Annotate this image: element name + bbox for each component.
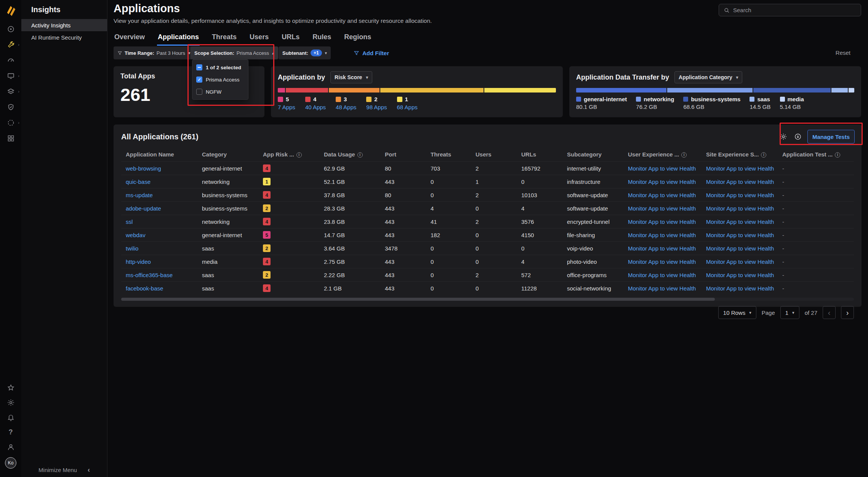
monitor-health-link[interactable]: Monitor App to view Health — [628, 165, 696, 172]
column-header-risk[interactable]: App Risk ...i — [258, 147, 319, 162]
app-name-link[interactable]: web-browsing — [126, 165, 161, 172]
scope-option-ngfw[interactable]: NGFW — [192, 86, 248, 98]
table-row[interactable]: web-browsinggeneral-internet462.9 GB8070… — [121, 162, 854, 175]
insights-icon[interactable] — [6, 40, 15, 49]
table-download-button[interactable] — [793, 132, 803, 142]
tab-applications[interactable]: Applications — [157, 31, 200, 46]
apps-count-link[interactable]: 48 Apps — [336, 104, 356, 110]
monitor-health-link[interactable]: Monitor App to view Health — [706, 245, 774, 252]
user-avatar[interactable]: Ko — [5, 457, 16, 469]
info-icon[interactable]: i — [761, 152, 766, 158]
rows-per-page-selector[interactable]: 10 Rows ▾ — [718, 306, 756, 319]
column-header-users[interactable]: Users — [471, 147, 517, 162]
minimize-menu[interactable]: Minimize Menu ‹ — [21, 466, 107, 474]
dashboards-icon[interactable] — [6, 56, 15, 64]
scope-option-prisma-access[interactable]: Prisma Access — [192, 73, 248, 86]
user-icon[interactable] — [6, 443, 15, 451]
monitor-health-link[interactable]: Monitor App to view Health — [706, 285, 774, 292]
table-row[interactable]: twiliosaas23.64 GB3478000voip-videoMonit… — [121, 242, 854, 255]
table-row[interactable]: http-videomedia42.75 GB443004photo-video… — [121, 255, 854, 268]
app-name-link[interactable]: facebook-base — [126, 285, 163, 292]
column-header-threats[interactable]: Threats — [426, 147, 471, 162]
favorites-icon[interactable] — [6, 383, 15, 392]
monitor-health-link[interactable]: Monitor App to view Health — [706, 258, 774, 265]
unchecked-checkbox[interactable] — [196, 89, 202, 95]
app-name-link[interactable]: webdav — [126, 232, 146, 238]
rail-item[interactable] — [0, 24, 21, 34]
horizontal-scrollbar[interactable] — [121, 298, 854, 301]
table-row[interactable]: facebook-basesaas42.1 GB4430011228social… — [121, 282, 854, 295]
column-header-user-exp[interactable]: User Experience ...i — [623, 147, 701, 162]
rail-item[interactable] — [0, 102, 21, 112]
settings-icon[interactable] — [6, 398, 15, 407]
rail-item[interactable] — [0, 134, 21, 143]
rail-item[interactable]: › — [0, 87, 21, 96]
app-name-link[interactable]: adobe-update — [126, 205, 161, 212]
notifications-icon[interactable] — [6, 413, 15, 421]
palo-alto-logo[interactable] — [5, 5, 16, 16]
reset-button[interactable]: Reset — [836, 49, 850, 56]
security-icon[interactable] — [6, 103, 15, 111]
scope-selection-filter[interactable]: Scope Selection: Prisma Access ▴ — [191, 46, 278, 59]
subtenant-filter[interactable]: Subtenant: +1 ▾ — [279, 46, 331, 59]
table-row[interactable]: ms-updatebusiness-systems437.8 GB8002101… — [121, 188, 854, 202]
info-icon[interactable]: i — [681, 152, 687, 158]
monitor-health-link[interactable]: Monitor App to view Health — [628, 179, 696, 185]
manage-icon[interactable] — [6, 87, 15, 96]
app-name-link[interactable]: ms-office365-base — [126, 272, 173, 278]
rail-item[interactable]: › — [0, 118, 21, 127]
rail-item[interactable] — [0, 442, 21, 451]
table-row[interactable]: ms-office365-basesaas22.22 GB44302572off… — [121, 268, 854, 282]
app-name-link[interactable]: ssl — [126, 219, 133, 225]
risk-score-selector[interactable]: Risk Score ▾ — [330, 71, 372, 83]
column-header-category[interactable]: Category — [197, 147, 258, 162]
apps-count-link[interactable]: 40 Apps — [305, 104, 326, 110]
tab-regions[interactable]: Regions — [343, 31, 372, 46]
rail-item[interactable]: ? — [0, 428, 21, 437]
monitor-health-link[interactable]: Monitor App to view Health — [628, 245, 696, 252]
app-name-link[interactable]: ms-update — [126, 192, 153, 198]
rail-item[interactable]: › — [0, 71, 21, 80]
monitor-health-link[interactable]: Monitor App to view Health — [628, 285, 696, 292]
column-header-data-usage[interactable]: Data Usagei — [319, 147, 380, 162]
table-row[interactable]: webdavgeneral-internet514.7 GB4431820415… — [121, 228, 854, 242]
monitor-health-link[interactable]: Monitor App to view Health — [706, 205, 774, 212]
tab-threats[interactable]: Threats — [211, 31, 237, 46]
column-header-subcategory[interactable]: Subcategory — [562, 147, 623, 162]
search-input[interactable]: Search — [719, 4, 861, 16]
previous-page-button[interactable]: ‹ — [823, 306, 836, 319]
tab-urls[interactable]: URLs — [281, 31, 300, 46]
rail-item[interactable] — [0, 398, 21, 407]
table-settings-button[interactable] — [778, 132, 788, 142]
scope-select-all-option[interactable]: 1 of 2 selected — [192, 61, 248, 73]
rail-item[interactable] — [0, 413, 21, 422]
app-name-link[interactable]: http-video — [126, 258, 151, 265]
rail-item[interactable] — [0, 383, 21, 392]
add-filter-button[interactable]: Add Filter — [351, 46, 391, 59]
tab-rules[interactable]: Rules — [312, 31, 332, 46]
monitor-health-link[interactable]: Monitor App to view Health — [628, 192, 696, 198]
app-name-link[interactable]: quic-base — [126, 179, 151, 185]
column-header-site-exp[interactable]: Site Experience S...i — [701, 147, 778, 162]
table-row[interactable]: quic-basenetworking152.1 GB443010infrast… — [121, 175, 854, 188]
column-header-urls[interactable]: URLs — [517, 147, 562, 162]
column-header-app-test[interactable]: Application Test ...i — [778, 147, 854, 162]
table-row[interactable]: sslnetworking423.8 GB4434123576encrypted… — [121, 215, 854, 228]
monitor-health-link[interactable]: Monitor App to view Health — [706, 179, 774, 185]
monitor-health-link[interactable]: Monitor App to view Health — [706, 232, 774, 238]
scrollbar-thumb[interactable] — [121, 298, 715, 301]
indeterminate-checkbox[interactable] — [196, 64, 202, 70]
tab-users[interactable]: Users — [249, 31, 269, 46]
rail-item[interactable]: › — [0, 40, 21, 49]
info-icon[interactable]: i — [357, 152, 363, 158]
sidebar-item-ai-runtime-security[interactable]: AI Runtime Security — [21, 31, 107, 43]
sidebar-item-activity-insights[interactable]: Activity Insights — [21, 19, 107, 31]
info-icon[interactable]: i — [835, 152, 840, 158]
time-range-filter[interactable]: Time Range: Past 3 Hours ▾ — [114, 46, 194, 59]
monitor-health-link[interactable]: Monitor App to view Health — [628, 219, 696, 225]
apps-count-link[interactable]: 98 Apps — [366, 104, 387, 110]
help-icon[interactable]: ? — [6, 428, 15, 436]
info-icon[interactable]: i — [296, 152, 302, 158]
next-page-button[interactable]: › — [841, 306, 854, 319]
monitor-health-link[interactable]: Monitor App to view Health — [628, 272, 696, 278]
